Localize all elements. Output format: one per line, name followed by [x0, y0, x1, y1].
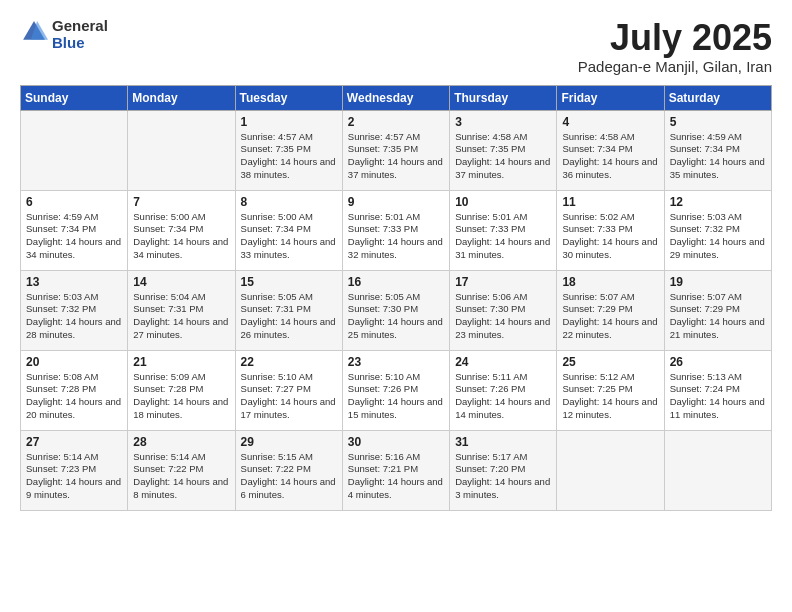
sunrise-text: Sunrise: 5:12 AM: [562, 371, 634, 382]
sunrise-text: Sunrise: 5:10 AM: [348, 371, 420, 382]
table-row: 21 Sunrise: 5:09 AM Sunset: 7:28 PM Dayl…: [128, 350, 235, 430]
daylight-text: Daylight: 14 hours and 38 minutes.: [241, 156, 336, 180]
day-number: 25: [562, 355, 659, 369]
daylight-text: Daylight: 14 hours and 9 minutes.: [26, 476, 121, 500]
day-number: 30: [348, 435, 445, 449]
daylight-text: Daylight: 14 hours and 37 minutes.: [455, 156, 550, 180]
day-number: 17: [455, 275, 552, 289]
daylight-text: Daylight: 14 hours and 36 minutes.: [562, 156, 657, 180]
sunset-text: Sunset: 7:34 PM: [133, 223, 203, 234]
sunset-text: Sunset: 7:33 PM: [455, 223, 525, 234]
header-saturday: Saturday: [664, 85, 771, 110]
day-number: 3: [455, 115, 552, 129]
day-info: Sunrise: 5:05 AM Sunset: 7:30 PM Dayligh…: [348, 291, 445, 342]
day-number: 6: [26, 195, 123, 209]
daylight-text: Daylight: 14 hours and 12 minutes.: [562, 396, 657, 420]
calendar-header-row: Sunday Monday Tuesday Wednesday Thursday…: [21, 85, 772, 110]
table-row: 7 Sunrise: 5:00 AM Sunset: 7:34 PM Dayli…: [128, 190, 235, 270]
table-row: 24 Sunrise: 5:11 AM Sunset: 7:26 PM Dayl…: [450, 350, 557, 430]
daylight-text: Daylight: 14 hours and 31 minutes.: [455, 236, 550, 260]
page: General Blue July 2025 Padegan-e Manjil,…: [0, 0, 792, 612]
day-number: 24: [455, 355, 552, 369]
daylight-text: Daylight: 14 hours and 8 minutes.: [133, 476, 228, 500]
sunset-text: Sunset: 7:28 PM: [133, 383, 203, 394]
daylight-text: Daylight: 14 hours and 11 minutes.: [670, 396, 765, 420]
day-info: Sunrise: 5:14 AM Sunset: 7:22 PM Dayligh…: [133, 451, 230, 502]
sunset-text: Sunset: 7:32 PM: [26, 303, 96, 314]
sunrise-text: Sunrise: 5:01 AM: [455, 211, 527, 222]
table-row: 15 Sunrise: 5:05 AM Sunset: 7:31 PM Dayl…: [235, 270, 342, 350]
sunrise-text: Sunrise: 5:09 AM: [133, 371, 205, 382]
table-row: 1 Sunrise: 4:57 AM Sunset: 7:35 PM Dayli…: [235, 110, 342, 190]
day-number: 27: [26, 435, 123, 449]
day-info: Sunrise: 5:04 AM Sunset: 7:31 PM Dayligh…: [133, 291, 230, 342]
header-sunday: Sunday: [21, 85, 128, 110]
sunset-text: Sunset: 7:28 PM: [26, 383, 96, 394]
day-number: 22: [241, 355, 338, 369]
sunrise-text: Sunrise: 5:16 AM: [348, 451, 420, 462]
day-info: Sunrise: 4:58 AM Sunset: 7:35 PM Dayligh…: [455, 131, 552, 182]
sunrise-text: Sunrise: 5:14 AM: [133, 451, 205, 462]
daylight-text: Daylight: 14 hours and 17 minutes.: [241, 396, 336, 420]
table-row: 6 Sunrise: 4:59 AM Sunset: 7:34 PM Dayli…: [21, 190, 128, 270]
daylight-text: Daylight: 14 hours and 34 minutes.: [133, 236, 228, 260]
day-info: Sunrise: 4:59 AM Sunset: 7:34 PM Dayligh…: [670, 131, 767, 182]
day-number: 2: [348, 115, 445, 129]
table-row: 5 Sunrise: 4:59 AM Sunset: 7:34 PM Dayli…: [664, 110, 771, 190]
table-row: 17 Sunrise: 5:06 AM Sunset: 7:30 PM Dayl…: [450, 270, 557, 350]
sunrise-text: Sunrise: 5:10 AM: [241, 371, 313, 382]
sunset-text: Sunset: 7:30 PM: [455, 303, 525, 314]
daylight-text: Daylight: 14 hours and 20 minutes.: [26, 396, 121, 420]
sunset-text: Sunset: 7:33 PM: [348, 223, 418, 234]
sunrise-text: Sunrise: 5:03 AM: [26, 291, 98, 302]
sunrise-text: Sunrise: 5:05 AM: [348, 291, 420, 302]
sunset-text: Sunset: 7:34 PM: [670, 143, 740, 154]
day-info: Sunrise: 5:03 AM Sunset: 7:32 PM Dayligh…: [670, 211, 767, 262]
day-number: 10: [455, 195, 552, 209]
day-number: 19: [670, 275, 767, 289]
day-info: Sunrise: 5:05 AM Sunset: 7:31 PM Dayligh…: [241, 291, 338, 342]
sunset-text: Sunset: 7:30 PM: [348, 303, 418, 314]
sunrise-text: Sunrise: 4:57 AM: [348, 131, 420, 142]
table-row: [664, 430, 771, 510]
table-row: 14 Sunrise: 5:04 AM Sunset: 7:31 PM Dayl…: [128, 270, 235, 350]
day-info: Sunrise: 5:15 AM Sunset: 7:22 PM Dayligh…: [241, 451, 338, 502]
table-row: 26 Sunrise: 5:13 AM Sunset: 7:24 PM Dayl…: [664, 350, 771, 430]
day-info: Sunrise: 5:02 AM Sunset: 7:33 PM Dayligh…: [562, 211, 659, 262]
sunrise-text: Sunrise: 4:59 AM: [670, 131, 742, 142]
day-info: Sunrise: 4:59 AM Sunset: 7:34 PM Dayligh…: [26, 211, 123, 262]
sunrise-text: Sunrise: 4:57 AM: [241, 131, 313, 142]
sunset-text: Sunset: 7:26 PM: [348, 383, 418, 394]
day-info: Sunrise: 5:17 AM Sunset: 7:20 PM Dayligh…: [455, 451, 552, 502]
day-number: 13: [26, 275, 123, 289]
table-row: 29 Sunrise: 5:15 AM Sunset: 7:22 PM Dayl…: [235, 430, 342, 510]
calendar-week-row: 1 Sunrise: 4:57 AM Sunset: 7:35 PM Dayli…: [21, 110, 772, 190]
table-row: 12 Sunrise: 5:03 AM Sunset: 7:32 PM Dayl…: [664, 190, 771, 270]
daylight-text: Daylight: 14 hours and 33 minutes.: [241, 236, 336, 260]
sunset-text: Sunset: 7:33 PM: [562, 223, 632, 234]
logo-general-text: General: [52, 18, 108, 35]
sunset-text: Sunset: 7:23 PM: [26, 463, 96, 474]
day-number: 26: [670, 355, 767, 369]
daylight-text: Daylight: 14 hours and 34 minutes.: [26, 236, 121, 260]
logo-blue-text: Blue: [52, 35, 108, 52]
sunrise-text: Sunrise: 5:15 AM: [241, 451, 313, 462]
table-row: 16 Sunrise: 5:05 AM Sunset: 7:30 PM Dayl…: [342, 270, 449, 350]
daylight-text: Daylight: 14 hours and 32 minutes.: [348, 236, 443, 260]
table-row: 30 Sunrise: 5:16 AM Sunset: 7:21 PM Dayl…: [342, 430, 449, 510]
sunset-text: Sunset: 7:25 PM: [562, 383, 632, 394]
sunrise-text: Sunrise: 5:04 AM: [133, 291, 205, 302]
sunset-text: Sunset: 7:34 PM: [241, 223, 311, 234]
day-number: 18: [562, 275, 659, 289]
day-number: 7: [133, 195, 230, 209]
sunset-text: Sunset: 7:27 PM: [241, 383, 311, 394]
day-number: 29: [241, 435, 338, 449]
sunrise-text: Sunrise: 5:05 AM: [241, 291, 313, 302]
calendar-week-row: 27 Sunrise: 5:14 AM Sunset: 7:23 PM Dayl…: [21, 430, 772, 510]
table-row: 25 Sunrise: 5:12 AM Sunset: 7:25 PM Dayl…: [557, 350, 664, 430]
daylight-text: Daylight: 14 hours and 25 minutes.: [348, 316, 443, 340]
calendar-week-row: 13 Sunrise: 5:03 AM Sunset: 7:32 PM Dayl…: [21, 270, 772, 350]
sunset-text: Sunset: 7:22 PM: [241, 463, 311, 474]
table-row: 28 Sunrise: 5:14 AM Sunset: 7:22 PM Dayl…: [128, 430, 235, 510]
logo-icon: [20, 18, 48, 46]
